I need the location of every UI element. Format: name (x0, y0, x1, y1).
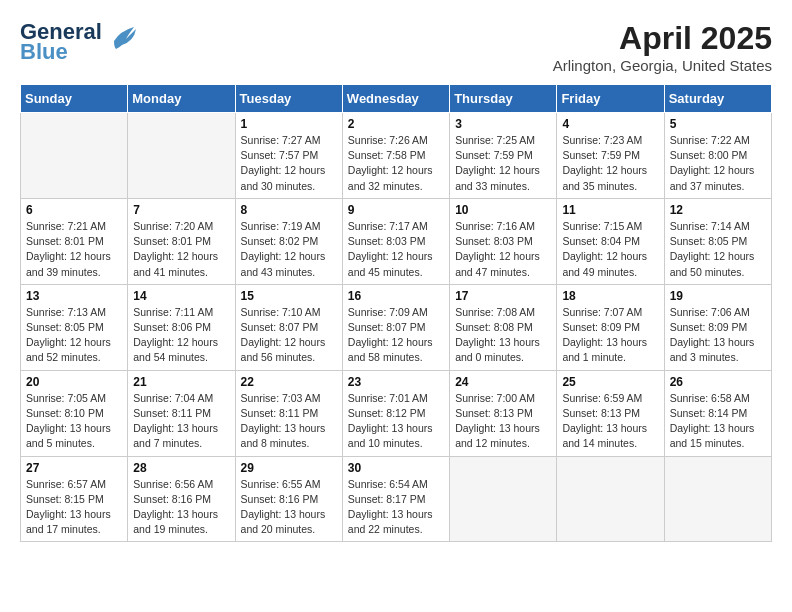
month-year-title: April 2025 (553, 20, 772, 57)
calendar-body: 1Sunrise: 7:27 AMSunset: 7:57 PMDaylight… (21, 113, 772, 542)
calendar-table: SundayMondayTuesdayWednesdayThursdayFrid… (20, 84, 772, 542)
day-info: Sunrise: 7:06 AMSunset: 8:09 PMDaylight:… (670, 305, 766, 366)
day-info: Sunrise: 7:27 AMSunset: 7:57 PMDaylight:… (241, 133, 337, 194)
day-info: Sunrise: 7:19 AMSunset: 8:02 PMDaylight:… (241, 219, 337, 280)
weekday-header-row: SundayMondayTuesdayWednesdayThursdayFrid… (21, 85, 772, 113)
day-number: 28 (133, 461, 229, 475)
day-info: Sunrise: 7:20 AMSunset: 8:01 PMDaylight:… (133, 219, 229, 280)
calendar-cell: 25Sunrise: 6:59 AMSunset: 8:13 PMDayligh… (557, 370, 664, 456)
calendar-cell: 16Sunrise: 7:09 AMSunset: 8:07 PMDayligh… (342, 284, 449, 370)
weekday-header-tuesday: Tuesday (235, 85, 342, 113)
logo-bird-icon (106, 23, 138, 53)
day-number: 14 (133, 289, 229, 303)
day-info: Sunrise: 7:11 AMSunset: 8:06 PMDaylight:… (133, 305, 229, 366)
calendar-cell: 6Sunrise: 7:21 AMSunset: 8:01 PMDaylight… (21, 198, 128, 284)
calendar-cell: 21Sunrise: 7:04 AMSunset: 8:11 PMDayligh… (128, 370, 235, 456)
weekday-header-sunday: Sunday (21, 85, 128, 113)
calendar-cell: 11Sunrise: 7:15 AMSunset: 8:04 PMDayligh… (557, 198, 664, 284)
calendar-cell: 26Sunrise: 6:58 AMSunset: 8:14 PMDayligh… (664, 370, 771, 456)
day-info: Sunrise: 7:16 AMSunset: 8:03 PMDaylight:… (455, 219, 551, 280)
calendar-cell: 27Sunrise: 6:57 AMSunset: 8:15 PMDayligh… (21, 456, 128, 542)
day-number: 16 (348, 289, 444, 303)
weekday-header-saturday: Saturday (664, 85, 771, 113)
day-info: Sunrise: 7:22 AMSunset: 8:00 PMDaylight:… (670, 133, 766, 194)
calendar-cell: 2Sunrise: 7:26 AMSunset: 7:58 PMDaylight… (342, 113, 449, 199)
day-number: 13 (26, 289, 122, 303)
calendar-cell: 5Sunrise: 7:22 AMSunset: 8:00 PMDaylight… (664, 113, 771, 199)
calendar-cell: 13Sunrise: 7:13 AMSunset: 8:05 PMDayligh… (21, 284, 128, 370)
calendar-cell: 24Sunrise: 7:00 AMSunset: 8:13 PMDayligh… (450, 370, 557, 456)
calendar-week-row: 13Sunrise: 7:13 AMSunset: 8:05 PMDayligh… (21, 284, 772, 370)
day-info: Sunrise: 7:23 AMSunset: 7:59 PMDaylight:… (562, 133, 658, 194)
calendar-week-row: 27Sunrise: 6:57 AMSunset: 8:15 PMDayligh… (21, 456, 772, 542)
calendar-cell: 14Sunrise: 7:11 AMSunset: 8:06 PMDayligh… (128, 284, 235, 370)
weekday-header-friday: Friday (557, 85, 664, 113)
calendar-week-row: 20Sunrise: 7:05 AMSunset: 8:10 PMDayligh… (21, 370, 772, 456)
day-number: 19 (670, 289, 766, 303)
calendar-cell (450, 456, 557, 542)
calendar-cell (557, 456, 664, 542)
day-info: Sunrise: 6:55 AMSunset: 8:16 PMDaylight:… (241, 477, 337, 538)
calendar-cell: 7Sunrise: 7:20 AMSunset: 8:01 PMDaylight… (128, 198, 235, 284)
calendar-cell: 22Sunrise: 7:03 AMSunset: 8:11 PMDayligh… (235, 370, 342, 456)
calendar-cell: 12Sunrise: 7:14 AMSunset: 8:05 PMDayligh… (664, 198, 771, 284)
calendar-cell: 28Sunrise: 6:56 AMSunset: 8:16 PMDayligh… (128, 456, 235, 542)
day-number: 25 (562, 375, 658, 389)
day-info: Sunrise: 7:08 AMSunset: 8:08 PMDaylight:… (455, 305, 551, 366)
day-number: 18 (562, 289, 658, 303)
weekday-header-monday: Monday (128, 85, 235, 113)
day-info: Sunrise: 6:57 AMSunset: 8:15 PMDaylight:… (26, 477, 122, 538)
day-info: Sunrise: 7:17 AMSunset: 8:03 PMDaylight:… (348, 219, 444, 280)
day-number: 10 (455, 203, 551, 217)
calendar-cell: 8Sunrise: 7:19 AMSunset: 8:02 PMDaylight… (235, 198, 342, 284)
day-number: 26 (670, 375, 766, 389)
day-info: Sunrise: 6:54 AMSunset: 8:17 PMDaylight:… (348, 477, 444, 538)
calendar-cell: 3Sunrise: 7:25 AMSunset: 7:59 PMDaylight… (450, 113, 557, 199)
calendar-header: SundayMondayTuesdayWednesdayThursdayFrid… (21, 85, 772, 113)
logo: General Blue (20, 20, 138, 64)
day-number: 8 (241, 203, 337, 217)
weekday-header-wednesday: Wednesday (342, 85, 449, 113)
day-number: 27 (26, 461, 122, 475)
day-info: Sunrise: 7:01 AMSunset: 8:12 PMDaylight:… (348, 391, 444, 452)
day-number: 3 (455, 117, 551, 131)
day-info: Sunrise: 7:03 AMSunset: 8:11 PMDaylight:… (241, 391, 337, 452)
calendar-cell: 9Sunrise: 7:17 AMSunset: 8:03 PMDaylight… (342, 198, 449, 284)
day-number: 7 (133, 203, 229, 217)
day-info: Sunrise: 7:14 AMSunset: 8:05 PMDaylight:… (670, 219, 766, 280)
day-number: 24 (455, 375, 551, 389)
day-info: Sunrise: 7:21 AMSunset: 8:01 PMDaylight:… (26, 219, 122, 280)
calendar-cell: 17Sunrise: 7:08 AMSunset: 8:08 PMDayligh… (450, 284, 557, 370)
calendar-cell (128, 113, 235, 199)
day-info: Sunrise: 7:10 AMSunset: 8:07 PMDaylight:… (241, 305, 337, 366)
calendar-cell: 15Sunrise: 7:10 AMSunset: 8:07 PMDayligh… (235, 284, 342, 370)
day-number: 30 (348, 461, 444, 475)
day-number: 9 (348, 203, 444, 217)
day-info: Sunrise: 7:13 AMSunset: 8:05 PMDaylight:… (26, 305, 122, 366)
day-number: 17 (455, 289, 551, 303)
day-number: 2 (348, 117, 444, 131)
calendar-cell (21, 113, 128, 199)
day-number: 11 (562, 203, 658, 217)
day-number: 4 (562, 117, 658, 131)
day-info: Sunrise: 6:58 AMSunset: 8:14 PMDaylight:… (670, 391, 766, 452)
location-subtitle: Arlington, Georgia, United States (553, 57, 772, 74)
calendar-cell: 10Sunrise: 7:16 AMSunset: 8:03 PMDayligh… (450, 198, 557, 284)
calendar-cell: 29Sunrise: 6:55 AMSunset: 8:16 PMDayligh… (235, 456, 342, 542)
day-info: Sunrise: 7:26 AMSunset: 7:58 PMDaylight:… (348, 133, 444, 194)
day-info: Sunrise: 7:09 AMSunset: 8:07 PMDaylight:… (348, 305, 444, 366)
day-info: Sunrise: 7:00 AMSunset: 8:13 PMDaylight:… (455, 391, 551, 452)
calendar-cell: 20Sunrise: 7:05 AMSunset: 8:10 PMDayligh… (21, 370, 128, 456)
day-number: 23 (348, 375, 444, 389)
day-info: Sunrise: 6:59 AMSunset: 8:13 PMDaylight:… (562, 391, 658, 452)
calendar-cell: 23Sunrise: 7:01 AMSunset: 8:12 PMDayligh… (342, 370, 449, 456)
day-number: 6 (26, 203, 122, 217)
day-info: Sunrise: 7:25 AMSunset: 7:59 PMDaylight:… (455, 133, 551, 194)
day-info: Sunrise: 7:07 AMSunset: 8:09 PMDaylight:… (562, 305, 658, 366)
day-info: Sunrise: 7:05 AMSunset: 8:10 PMDaylight:… (26, 391, 122, 452)
calendar-cell (664, 456, 771, 542)
day-number: 21 (133, 375, 229, 389)
day-number: 5 (670, 117, 766, 131)
calendar-cell: 19Sunrise: 7:06 AMSunset: 8:09 PMDayligh… (664, 284, 771, 370)
day-number: 1 (241, 117, 337, 131)
